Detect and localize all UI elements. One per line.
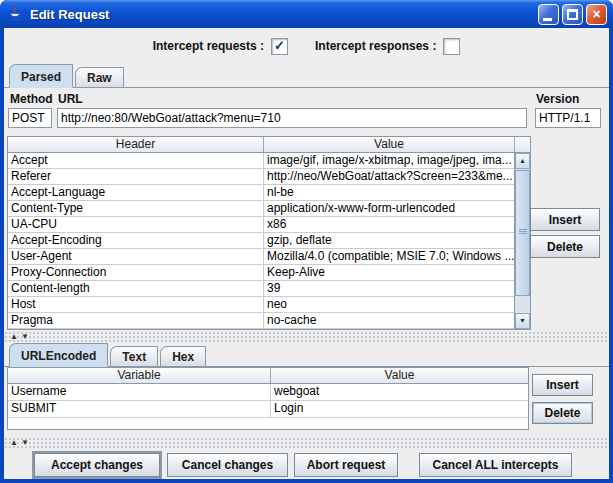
cancel-all-intercepts-button[interactable]: Cancel ALL intercepts: [419, 453, 572, 477]
window-controls: ×: [538, 4, 607, 25]
tab-hex[interactable]: Hex: [160, 346, 206, 366]
version-label: Version: [536, 92, 579, 106]
header-name-cell: Accept: [8, 153, 264, 168]
params-insert-button[interactable]: Insert: [532, 374, 593, 396]
header-name-cell: Accept-Encoding: [8, 233, 264, 248]
tab-urlencoded[interactable]: URLEncoded: [9, 343, 108, 367]
variable-cell: SUBMIT: [8, 401, 271, 417]
table-row[interactable]: Pragmano-cache: [8, 313, 514, 329]
abort-request-button[interactable]: Abort request: [294, 453, 398, 477]
close-button[interactable]: ×: [586, 4, 607, 25]
variable-cell: Username: [8, 384, 271, 400]
splitter-collapse-up-icon[interactable]: ▲: [10, 439, 18, 447]
table-row[interactable]: Accept-Languagenl-be: [8, 185, 514, 201]
header-name-cell: Accept-Language: [8, 185, 264, 200]
splitter-collapse-down-icon[interactable]: ▼: [21, 439, 29, 447]
table-corner: [515, 137, 530, 152]
params-delete-button[interactable]: Delete: [532, 402, 593, 424]
headers-table-head: Header Value: [8, 137, 530, 153]
tab-parsed[interactable]: Parsed: [9, 64, 73, 88]
value-cell: webgoat: [271, 384, 528, 400]
header-name-cell: Host: [8, 297, 264, 312]
column-header[interactable]: Value: [271, 368, 528, 383]
check-icon: ✓: [274, 38, 285, 53]
java-cup-icon: [7, 6, 23, 22]
maximize-icon: [567, 9, 578, 20]
column-header[interactable]: Header: [8, 137, 264, 152]
header-value-cell: application/x-www-form-urlencoded: [264, 201, 514, 216]
request-tabstrip: Parsed Raw: [4, 65, 609, 88]
window-title: Edit Request: [30, 7, 538, 22]
intercept-requests-label: Intercept requests :: [153, 39, 264, 53]
header-value-cell: x86: [264, 217, 514, 232]
headers-table: Header Value Acceptimage/gif, image/x-xb…: [7, 136, 531, 330]
scrollbar-thumb[interactable]: [515, 170, 530, 296]
headers-delete-button[interactable]: Delete: [530, 235, 600, 258]
tab-raw[interactable]: Raw: [75, 67, 124, 87]
vertical-scrollbar[interactable]: ▲ ▼: [514, 153, 530, 329]
table-row[interactable]: Hostneo: [8, 297, 514, 313]
table-row[interactable]: SUBMITLogin: [8, 401, 528, 418]
header-value-cell: http://neo/WebGoat/attack?Screen=233&me.…: [264, 169, 514, 184]
intercept-responses-checkbox[interactable]: ✓: [443, 38, 460, 55]
body-tabstrip: URLEncoded Text Hex: [4, 344, 609, 367]
tab-text[interactable]: Text: [110, 346, 158, 366]
splitter-divider[interactable]: ▲ ▼: [4, 437, 609, 449]
intercept-options-row: Intercept requests : ✓ Intercept respons…: [4, 37, 609, 55]
column-header[interactable]: Variable: [8, 368, 271, 383]
params-table-head: Variable Value: [8, 368, 528, 384]
headers-table-body: Acceptimage/gif, image/x-xbitmap, image/…: [8, 153, 514, 329]
maximize-button[interactable]: [562, 4, 583, 25]
intercept-responses-label: Intercept responses :: [315, 39, 436, 53]
cancel-changes-button[interactable]: Cancel changes: [167, 453, 288, 477]
table-row[interactable]: UA-CPUx86: [8, 217, 514, 233]
header-name-cell: Content-Type: [8, 201, 264, 216]
scroll-down-icon[interactable]: ▼: [515, 313, 530, 329]
intercept-requests-checkbox[interactable]: ✓: [271, 38, 288, 55]
splitter-collapse-down-icon[interactable]: ▼: [21, 333, 29, 341]
header-value-cell: Keep-Alive: [264, 265, 514, 280]
table-row[interactable]: Acceptimage/gif, image/x-xbitmap, image/…: [8, 153, 514, 169]
minimize-button[interactable]: [538, 4, 559, 25]
header-value-cell: no-cache: [264, 313, 514, 328]
table-row[interactable]: User-AgentMozilla/4.0 (compatible; MSIE …: [8, 249, 514, 265]
headers-insert-button[interactable]: Insert: [530, 208, 600, 231]
table-row[interactable]: Accept-Encodinggzip, deflate: [8, 233, 514, 249]
dialog-content: Intercept requests : ✓ Intercept respons…: [4, 28, 609, 479]
header-value-cell: neo: [264, 297, 514, 312]
params-table-body: Usernamewebgoat SUBMITLogin: [8, 384, 528, 429]
header-value-cell: image/gif, image/x-xbitmap, image/jpeg, …: [264, 153, 514, 168]
method-label: Method: [10, 92, 53, 106]
scroll-up-icon[interactable]: ▲: [515, 153, 530, 169]
header-name-cell: UA-CPU: [8, 217, 264, 232]
splitter-collapse-up-icon[interactable]: ▲: [10, 333, 18, 341]
splitter-divider[interactable]: ▲ ▼: [4, 331, 609, 343]
table-row[interactable]: Usernamewebgoat: [8, 384, 528, 401]
header-name-cell: Referer: [8, 169, 264, 184]
url-label: URL: [58, 92, 83, 106]
minimize-icon: [543, 18, 552, 21]
titlebar[interactable]: Edit Request ×: [0, 0, 613, 28]
header-name-cell: Content-length: [8, 281, 264, 296]
header-name-cell: User-Agent: [8, 249, 264, 264]
table-row[interactable]: Refererhttp://neo/WebGoat/attack?Screen=…: [8, 169, 514, 185]
header-value-cell: Mozilla/4.0 (compatible; MSIE 7.0; Windo…: [264, 249, 514, 264]
method-field[interactable]: [8, 108, 52, 128]
header-value-cell: 39: [264, 281, 514, 296]
header-name-cell: Pragma: [8, 313, 264, 328]
params-table: Variable Value Usernamewebgoat SUBMITLog…: [7, 367, 529, 430]
version-field[interactable]: [535, 108, 601, 128]
accept-changes-button[interactable]: Accept changes: [34, 453, 160, 477]
table-row[interactable]: Proxy-ConnectionKeep-Alive: [8, 265, 514, 281]
table-row[interactable]: Content-length39: [8, 281, 514, 297]
table-row[interactable]: Content-Typeapplication/x-www-form-urlen…: [8, 201, 514, 217]
value-cell: Login: [271, 401, 528, 417]
header-value-cell: gzip, deflate: [264, 233, 514, 248]
column-header[interactable]: Value: [264, 137, 515, 152]
header-value-cell: nl-be: [264, 185, 514, 200]
header-name-cell: Proxy-Connection: [8, 265, 264, 280]
edit-request-window: Edit Request × Intercept requests : ✓ In…: [0, 0, 613, 483]
url-field[interactable]: [57, 108, 527, 128]
